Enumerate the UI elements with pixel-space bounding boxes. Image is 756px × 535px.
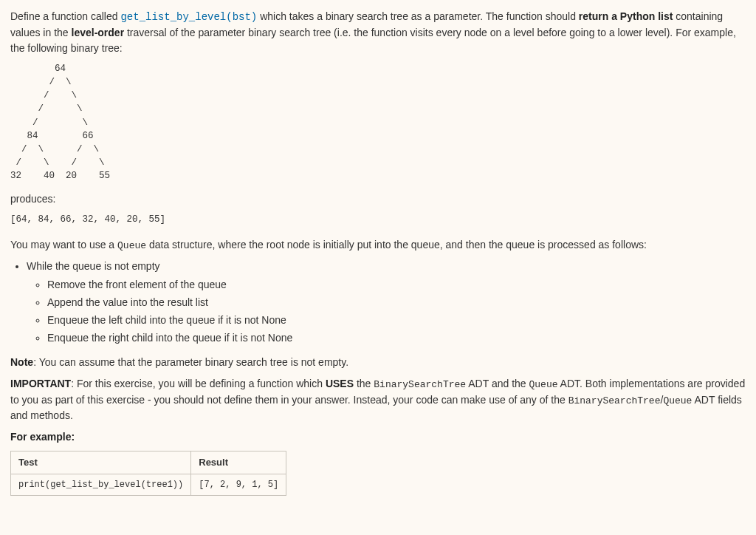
adt-name: BinarySearchTree [374,379,466,390]
important-text: the [354,378,374,389]
table-row: print(get_list_by_level(tree1)) [7, 2, 9… [11,474,286,495]
algo-outer-text: While the queue is not empty [27,260,160,272]
important-uses: USES [326,378,354,389]
table-cell-test: print(get_list_by_level(tree1)) [11,474,191,495]
example-label: For example: [10,429,746,445]
function-name: get_list_by_level(bst) [120,11,257,23]
adt-name: BinarySearchTree [568,395,661,406]
note-paragraph: Note: You can assume that the parameter … [10,355,746,370]
intro-text: which takes a binary search tree as a pa… [257,10,579,22]
algo-step: Append the value into the result list [47,295,746,310]
note-label: Note [10,356,33,368]
table-cell-result: [7, 2, 9, 1, 5] [191,474,286,495]
algo-step: Remove the front element of the queue [47,277,746,293]
algo-step: Enqueue the right child into the queue i… [47,330,746,346]
intro-text: Define a function called [10,10,120,22]
queue-text: data structure, where the root node is i… [146,239,647,251]
table-head-result: Result [191,451,286,474]
important-text: ADT and the [466,378,529,389]
important-text: : For this exercise, you will be definin… [71,378,326,389]
queue-code: Queue [117,240,146,251]
algorithm-list: While the queue is not empty Remove the … [27,259,746,346]
important-paragraph: IMPORTANT: For this exercise, you will b… [10,376,746,423]
algo-outer-item: While the queue is not empty Remove the … [27,259,746,346]
queue-paragraph: You may want to use a Queue data structu… [10,237,746,253]
adt-name: Queue [663,395,692,406]
tree-diagram: 64 / \ / \ / \ / \ 84 66 / \ / \ / \ / \… [10,62,746,183]
table-head-test: Test [11,451,191,474]
table-header-row: Test Result [11,451,286,474]
note-text: : You can assume that the parameter bina… [33,356,348,368]
intro-bold: level-order [72,27,125,38]
intro-paragraph: Define a function called get_list_by_lev… [10,9,746,56]
adt-name: Queue [529,379,557,390]
intro-bold: return a Python list [579,10,673,22]
important-label: IMPORTANT [10,378,71,389]
example-table: Test Result print(get_list_by_level(tree… [10,451,286,496]
produces-output: [64, 84, 66, 32, 40, 20, 55] [10,213,746,227]
algo-step: Enqueue the left child into the queue if… [47,313,746,328]
algo-inner-list: Remove the front element of the queue Ap… [47,277,746,346]
example-label-text: For example: [10,431,75,443]
produces-label: produces: [10,191,746,207]
queue-text: You may want to use a [10,239,117,251]
